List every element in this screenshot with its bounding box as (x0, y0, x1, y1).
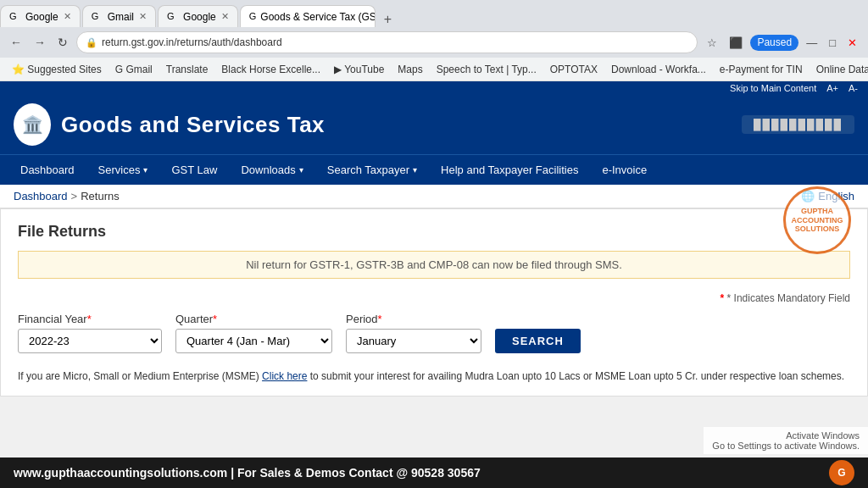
quarter-group: Quarter* Quarter 1 (Apr - Jun) Quarter 2… (175, 313, 332, 353)
nav-einvoice[interactable]: e-Invoice (590, 155, 659, 185)
tab-favicon-2: G (92, 11, 103, 23)
footer-bar: www.gupthaaccountingsolutions.com | For … (0, 458, 868, 488)
services-arrow: ▾ (143, 165, 147, 175)
msme-link[interactable]: Click here (262, 370, 307, 382)
bookmark-speech[interactable]: Speech to Text | Typ... (431, 62, 542, 77)
nav-gst-law[interactable]: GST Law (159, 155, 229, 185)
browser-chrome: G Google ✕ G Gmail ✕ G Google ✕ G Goods … (0, 0, 868, 58)
tab-google-1[interactable]: G Google ✕ (0, 5, 81, 27)
tab-close-2[interactable]: ✕ (139, 11, 147, 22)
activate-windows-line2: Go to Settings to activate Windows. (712, 441, 860, 451)
activate-windows-banner: Activate Windows Go to Settings to activ… (704, 427, 868, 454)
period-group: Period* January February March (346, 313, 481, 353)
browser-actions: ☆ ⬛ Paused — □ ✕ (703, 35, 861, 51)
notice-bar: Nil return for GSTR-1, GSTR-3B and CMP-0… (18, 251, 850, 279)
financial-year-select[interactable]: 2022-23 2021-22 2020-21 2019-20 (18, 329, 162, 353)
period-label: Period* (346, 313, 481, 325)
font-a-minus[interactable]: A- (849, 83, 858, 93)
mandatory-note: * * Indicates Mandatory Field (18, 292, 850, 304)
footer-logo: G (829, 460, 854, 485)
site-title: Goods and Services Tax (61, 112, 325, 138)
tab-close-3[interactable]: ✕ (221, 11, 229, 22)
activate-windows-line1: Activate Windows (712, 430, 860, 441)
nav-search-taxpayer[interactable]: Search Taxpayer ▾ (315, 155, 429, 185)
utility-bar: Skip to Main Content A+ A- (0, 81, 868, 95)
tab-favicon-4: G (249, 11, 257, 23)
nav-downloads[interactable]: Downloads ▾ (229, 155, 314, 185)
minimize-button[interactable]: — (802, 35, 821, 51)
period-select[interactable]: January February March (346, 329, 481, 353)
breadcrumb-dashboard[interactable]: Dashboard (14, 190, 68, 202)
quarter-label: Quarter* (175, 313, 332, 325)
bookmark-download[interactable]: Download - Workfa... (606, 62, 711, 77)
bookmark-gmail[interactable]: G Gmail (110, 62, 158, 77)
watermark-circle: GUPTHAACCOUNTINGSOLUTIONS (783, 186, 851, 254)
tab-google-3[interactable]: G Google ✕ (158, 5, 238, 27)
footer-text: www.gupthaaccountingsolutions.com | For … (14, 466, 481, 480)
address-bar[interactable]: 🔒 return.gst.gov.in/returns/auth/dashboa… (76, 31, 698, 53)
tab-favicon-1: G (9, 11, 21, 23)
tab-close-1[interactable]: ✕ (64, 11, 71, 22)
lock-icon: 🔒 (86, 37, 97, 48)
tab-label-3: Google (183, 11, 216, 23)
header-user-badge: ██████████ (742, 115, 854, 134)
forward-button[interactable]: → (31, 34, 49, 51)
site-header: 🏛️ Goods and Services Tax ██████████ (0, 95, 868, 154)
watermark-logo: GUPTHAACCOUNTINGSOLUTIONS (783, 186, 851, 254)
watermark-text: GUPTHAACCOUNTINGSOLUTIONS (792, 207, 843, 234)
bookmark-epayment[interactable]: e-Payment for TIN (715, 62, 808, 77)
mandatory-text: * Indicates Mandatory Field (727, 292, 850, 304)
breadcrumb: Dashboard > Returns (14, 190, 120, 202)
bookmark-maps[interactable]: Maps (392, 62, 427, 77)
search-button[interactable]: SEARCH (495, 329, 581, 353)
new-tab-button[interactable]: + (377, 12, 398, 27)
bookmark-suggested-sites[interactable]: ⭐ Suggested Sites (7, 62, 107, 77)
tab-label-2: Gmail (108, 11, 134, 23)
nav-services[interactable]: Services ▾ (86, 155, 160, 185)
form-row: Financial Year* 2022-23 2021-22 2020-21 … (18, 313, 850, 363)
tab-gmail[interactable]: G Gmail ✕ (82, 5, 156, 27)
main-content: File Returns Nil return for GSTR-1, GSTR… (0, 208, 868, 396)
breadcrumb-bar: Dashboard > Returns 🌐 English (0, 185, 868, 208)
site-header-left: 🏛️ Goods and Services Tax (14, 103, 325, 146)
tab-label-1: Google (25, 11, 58, 23)
msme-notice: If you are Micro, Small or Medium Enterp… (18, 370, 850, 382)
page-title: File Returns (18, 223, 850, 241)
financial-year-label: Financial Year* (18, 313, 162, 325)
breadcrumb-separator: > (71, 190, 78, 202)
address-bar-row: ← → ↻ 🔒 return.gst.gov.in/returns/auth/d… (0, 27, 868, 58)
tab-gst-active[interactable]: G Goods & Service Tax (GST) | Use... ✕ (240, 5, 376, 27)
nav-help[interactable]: Help and Taxpayer Facilities (429, 155, 590, 185)
emblem-logo: 🏛️ (14, 103, 51, 146)
back-button[interactable]: ← (7, 34, 25, 51)
extensions-button[interactable]: ⬛ (725, 35, 747, 51)
search-taxpayer-arrow: ▾ (413, 165, 417, 175)
address-text: return.gst.gov.in/returns/auth/dashboard (102, 36, 688, 48)
skip-to-main[interactable]: Skip to Main Content (730, 83, 816, 93)
main-nav: Dashboard Services ▾ GST Law Downloads ▾… (0, 154, 868, 185)
bookmarks-bar: ⭐ Suggested Sites G Gmail Translate Blac… (0, 58, 868, 81)
tab-bar: G Google ✕ G Gmail ✕ G Google ✕ G Goods … (0, 0, 868, 27)
close-button[interactable]: ✕ (843, 35, 861, 51)
bookmark-black-horse[interactable]: Black Horse Excelle... (216, 62, 326, 77)
financial-year-group: Financial Year* 2022-23 2021-22 2020-21 … (18, 313, 162, 353)
mandatory-asterisk: * (721, 292, 725, 304)
downloads-arrow: ▾ (299, 165, 303, 175)
breadcrumb-current: Returns (81, 190, 120, 202)
maximize-button[interactable]: □ (825, 35, 840, 51)
bookmark-star-button[interactable]: ☆ (703, 35, 721, 51)
quarter-select[interactable]: Quarter 1 (Apr - Jun) Quarter 2 (Jul - S… (175, 329, 332, 353)
bookmark-optotax[interactable]: OPTOTAX (545, 62, 603, 77)
reload-button[interactable]: ↻ (54, 34, 71, 51)
tab-favicon-3: G (167, 11, 179, 23)
profile-button[interactable]: Paused (750, 35, 798, 51)
nav-dashboard[interactable]: Dashboard (8, 155, 86, 185)
bookmark-youtube[interactable]: ▶ YouTube (329, 62, 389, 77)
bookmark-online-data[interactable]: Online Data Recove... (811, 62, 868, 77)
tab-label-4: Goods & Service Tax (GST) | Use... (260, 11, 375, 23)
font-a-plus[interactable]: A+ (826, 83, 838, 93)
bookmark-translate[interactable]: Translate (161, 62, 214, 77)
